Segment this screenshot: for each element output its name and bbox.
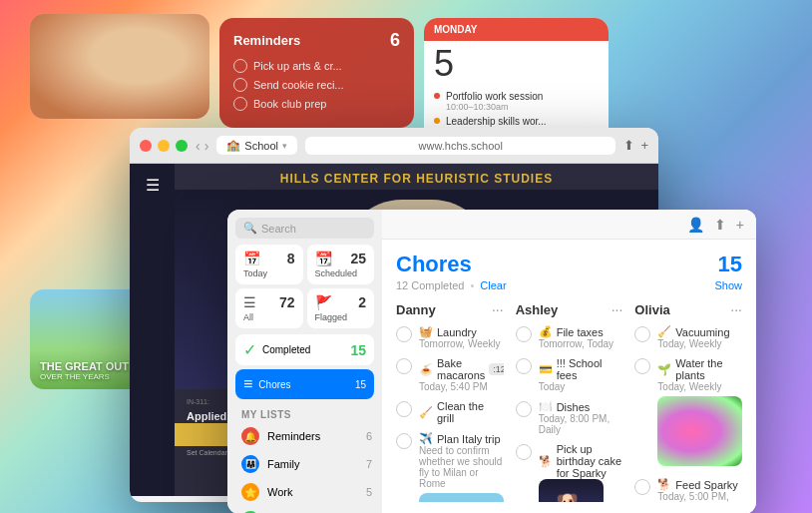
person-icon[interactable]: 👤 <box>687 217 704 233</box>
website-title: HILLS CENTER FOR HEURISTIC STUDIES <box>175 164 658 190</box>
macarons-content: 🍝 Bake macarons :12 Today, 5:40 PM <box>419 357 504 392</box>
chores-count: 15 <box>355 379 366 390</box>
dog-emoji: 🐕 <box>556 493 586 503</box>
safari-actions: ⬆ + <box>623 138 648 153</box>
share-icon[interactable]: ⬆ <box>623 138 634 153</box>
grill-circle[interactable] <box>396 401 412 417</box>
reminder-text-2: Send cookie reci... <box>253 79 344 91</box>
safari-tab[interactable]: 🏫 School ▾ <box>216 136 297 155</box>
hamburger-icon[interactable]: ☰ <box>146 176 160 195</box>
sparkycake-title-row: 🐕 Pick up birthday cake for Sparky <box>539 443 623 479</box>
maximize-button[interactable] <box>176 140 188 152</box>
vacuuming-circle[interactable] <box>634 326 650 342</box>
dishes-circle[interactable] <box>516 401 532 417</box>
ashley-options[interactable]: ··· <box>611 301 623 317</box>
flagged-label: Flagged <box>315 312 367 322</box>
completed-info: 12 Completed • Clear Show <box>396 279 742 291</box>
dog-image <box>30 14 209 119</box>
share-icon[interactable]: ⬆ <box>714 217 726 233</box>
vacuuming-title-row: 🧹 Vacuuming <box>657 325 742 338</box>
reminders-main: 👤 ⬆ + Chores 15 12 Completed • Clear Sho… <box>382 210 756 513</box>
italy-title-row: ✈️ Plan Italy trip <box>419 432 504 445</box>
reminders-dot: 🔔 <box>241 427 259 445</box>
widget-reminder-item-1: Pick up arts & cr... <box>233 59 400 73</box>
italy-content: ✈️ Plan Italy trip Need to confirm wheth… <box>419 432 504 502</box>
danny-options[interactable]: ··· <box>492 301 504 317</box>
window-titlebar: 👤 ⬆ + <box>382 210 756 240</box>
family-dot: 👨‍👩‍👧 <box>241 455 259 473</box>
smart-list-all[interactable]: ☰ 72 All <box>235 288 303 328</box>
chores-label: Chores <box>258 379 290 390</box>
list-reminders[interactable]: 🔔 Reminders 6 <box>227 422 382 450</box>
address-bar[interactable]: www.hchs.school <box>305 137 615 155</box>
laundry-circle[interactable] <box>396 326 412 342</box>
list-work-count: 5 <box>366 486 372 498</box>
italy-circle[interactable] <box>396 433 412 449</box>
macarons-icon: 🍝 <box>419 363 433 376</box>
list-work[interactable]: ⭐ Work 5 <box>227 478 382 506</box>
forward-button[interactable]: › <box>204 138 209 154</box>
schoolfees-title-row: 💳 !!! School fees <box>539 357 623 381</box>
sparkycake-circle[interactable] <box>516 444 532 460</box>
reminder-circle-2 <box>233 78 247 92</box>
dishes-title-row: 🍽️ Dishes <box>539 400 623 413</box>
widget-dog-photo <box>30 14 209 119</box>
show-button[interactable]: Show <box>714 279 742 291</box>
widget-reminder-item-3: Book club prep <box>233 97 400 111</box>
event-dot-2 <box>434 118 440 124</box>
danny-header: Danny ··· <box>396 301 504 317</box>
ashley-name: Ashley <box>516 302 559 317</box>
reminders-sidebar: 🔍 Search 📅 8 Today 📆 25 Scheduled ☰ 72 A… <box>227 210 382 513</box>
sparkycake-content: 🐕 Pick up birthday cake for Sparky 🐕 <box>539 443 623 502</box>
close-button[interactable] <box>140 140 152 152</box>
sparkycake-icon: 🐕 <box>539 455 553 468</box>
event-dot-1 <box>434 93 440 99</box>
list-reminders-label: Reminders <box>267 430 320 442</box>
clear-button[interactable]: Clear <box>480 279 506 291</box>
laundry-emoji: 🧺 Laundry <box>419 325 504 338</box>
search-bar[interactable]: 🔍 Search <box>235 218 374 239</box>
column-danny: Danny ··· 🧺 Laundry Tomorrow, Weekly <box>396 301 504 502</box>
schoolfees-circle[interactable] <box>516 358 532 374</box>
today-count: 8 <box>287 251 295 266</box>
completed-item[interactable]: ✓ Completed 15 <box>235 334 374 365</box>
vacuuming-icon: 🧹 <box>657 325 671 338</box>
italy-icon: ✈️ <box>419 432 433 445</box>
widget-reminders-header: Reminders 6 <box>233 30 400 51</box>
plants-content: 🌱 Water the plants Today, Weekly <box>657 357 742 470</box>
feedsparky-circle[interactable] <box>634 479 650 495</box>
completed-count-label: 12 Completed <box>396 279 465 291</box>
macarons-circle[interactable] <box>396 358 412 374</box>
reminder-circle-3 <box>233 97 247 111</box>
schoolfees-content: 💳 !!! School fees Today <box>539 357 623 392</box>
ashley-task-taxes: 💰 File taxes Tomorrow, Today <box>516 325 623 349</box>
plants-circle[interactable] <box>634 358 650 374</box>
chores-sidebar-item[interactable]: ≡ Chores 15 <box>235 369 374 399</box>
completed-label: Completed <box>262 344 310 355</box>
taxes-icon: 💰 <box>539 325 553 338</box>
taxes-circle[interactable] <box>516 326 532 342</box>
work-dot: ⭐ <box>241 483 259 501</box>
back-button[interactable]: ‹ <box>196 138 201 154</box>
search-icon: 🔍 <box>243 222 257 235</box>
widget-reminders-count: 6 <box>390 30 400 51</box>
all-count: 72 <box>279 294 295 310</box>
minimize-button[interactable] <box>158 140 170 152</box>
main-content: Chores 15 12 Completed • Clear Show Dann… <box>382 240 756 513</box>
olivia-options[interactable]: ··· <box>730 301 742 317</box>
chores-title-area: Chores 15 <box>396 252 742 277</box>
today-label: Today <box>243 268 295 278</box>
smart-list-flagged[interactable]: 🚩 2 Flagged <box>307 288 375 328</box>
add-icon[interactable]: + <box>736 217 744 233</box>
add-tab-icon[interactable]: + <box>640 138 648 153</box>
completed-left: ✓ Completed <box>243 340 310 359</box>
feedsparky-content: 🐕 Feed Sparky Today, 5:00 PM, Daily <box>657 478 742 502</box>
smart-list-scheduled[interactable]: 📆 25 Scheduled <box>307 245 375 284</box>
list-family[interactable]: 👨‍👩‍👧 Family 7 <box>227 450 382 478</box>
smart-list-today[interactable]: 📅 8 Today <box>235 245 303 284</box>
completed-count: 15 <box>350 342 366 358</box>
ashley-task-schoolfees: 💳 !!! School fees Today <box>516 357 623 392</box>
list-groceries[interactable]: 🛒 Groceries 11 <box>227 506 382 513</box>
count-area: 15 <box>718 252 742 277</box>
olivia-name: Olivia <box>634 302 669 317</box>
